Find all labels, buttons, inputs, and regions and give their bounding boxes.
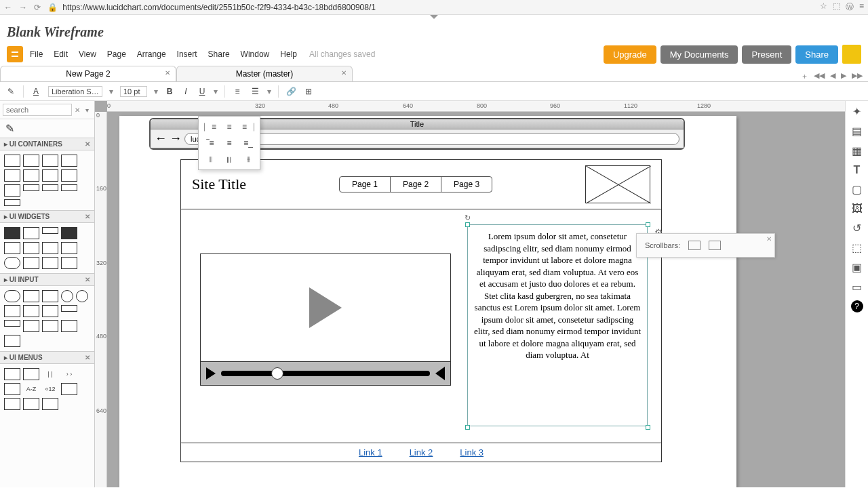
align-center-icon[interactable]: ≡ <box>222 121 237 133</box>
shape[interactable] <box>23 155 39 167</box>
address-bar[interactable]: 🔒 https://www.lucidchart.com/documents/e… <box>47 3 813 12</box>
first-page-icon[interactable]: ◀◀ <box>814 71 825 81</box>
layers2-icon[interactable]: ⬚ <box>852 241 862 254</box>
last-page-icon[interactable]: ▶▶ <box>852 71 863 81</box>
scrollbar-opt-h[interactable] <box>709 241 721 250</box>
shape[interactable] <box>42 155 58 167</box>
add-tab-icon[interactable]: ＋ <box>801 71 808 81</box>
shape[interactable] <box>61 290 73 302</box>
page-icon[interactable]: ▢ <box>852 183 862 196</box>
search-input[interactable] <box>3 104 72 116</box>
reload-icon[interactable]: ⟳ <box>34 3 41 12</box>
align-middle-icon[interactable]: ≡ <box>222 137 237 149</box>
document-title[interactable]: Blank Wireframe <box>0 20 868 44</box>
panel-ui-widgets[interactable]: ▸ UI WIDGETS✕ <box>0 210 94 223</box>
tab-master[interactable]: Master (master) ✕ <box>176 66 353 81</box>
upgrade-button[interactable]: Upgrade <box>604 45 656 64</box>
shape[interactable] <box>61 184 77 191</box>
shape[interactable] <box>23 320 39 332</box>
shape[interactable]: | | <box>42 368 58 380</box>
mock-text-block[interactable]: Lorem ipsum dolor sit amet, consetetur s… <box>467 224 648 426</box>
selection-handle[interactable] <box>465 425 470 430</box>
align-left-icon[interactable]: ⎸≡ <box>203 121 218 133</box>
shape[interactable] <box>61 155 77 167</box>
shape[interactable] <box>4 383 20 395</box>
canvas[interactable]: 0 320 480 640 800 960 1120 1280 0 160 32… <box>95 101 845 487</box>
menu-page[interactable]: Page <box>107 49 126 59</box>
clear-search-icon[interactable]: ✕ <box>72 106 83 114</box>
star-icon[interactable]: ☆ <box>820 1 827 13</box>
shape[interactable] <box>23 242 39 254</box>
underline-button[interactable]: U <box>197 87 207 96</box>
forward-icon[interactable]: → <box>19 3 27 12</box>
mock-video-player[interactable] <box>200 253 451 386</box>
present-button[interactable]: Present <box>742 45 791 64</box>
mock-page-frame[interactable]: Site Title Page 1 Page 2 Page 3 <box>180 159 662 462</box>
shape[interactable]: A-Z <box>23 383 39 395</box>
app-logo[interactable] <box>7 46 23 62</box>
shape[interactable] <box>4 368 20 380</box>
shape[interactable] <box>4 305 20 317</box>
align-bottom-icon[interactable]: ≡_ <box>241 137 256 149</box>
shape[interactable] <box>23 169 39 182</box>
share-button[interactable]: Share <box>795 45 838 64</box>
shape[interactable] <box>4 320 20 327</box>
panel-ui-input[interactable]: ▸ UI INPUT✕ <box>0 273 94 286</box>
paint-icon[interactable]: ✎ <box>5 87 16 96</box>
shape[interactable] <box>4 335 20 347</box>
image-icon[interactable]: 🖼 <box>852 203 863 215</box>
menu-arrange[interactable]: Arrange <box>137 49 166 59</box>
shape[interactable] <box>42 320 58 332</box>
text-color-icon[interactable]: A <box>31 87 41 96</box>
align-top-icon[interactable]: ‾≡ <box>203 137 218 149</box>
add-field-icon[interactable]: ⊞ <box>303 87 314 96</box>
shape[interactable] <box>23 305 39 317</box>
scrollbar-opt-v[interactable] <box>688 241 701 250</box>
shape[interactable] <box>42 169 58 182</box>
shape[interactable] <box>23 184 39 191</box>
font-size[interactable]: 10 pt <box>120 86 147 97</box>
rotate-icon[interactable]: ↻ <box>465 214 471 222</box>
shape[interactable] <box>4 290 20 302</box>
collapse-handle[interactable] <box>0 15 868 20</box>
cursor-tool[interactable]: ✎ <box>0 119 94 138</box>
master-icon[interactable]: ▣ <box>852 261 862 274</box>
shape[interactable] <box>4 169 20 182</box>
profile-icon[interactable]: Ⓦ <box>846 1 854 13</box>
selection-handle[interactable] <box>646 222 650 227</box>
shape[interactable] <box>61 257 77 269</box>
menu-view[interactable]: View <box>79 49 96 59</box>
shape[interactable] <box>61 305 77 312</box>
link-icon[interactable]: 🔗 <box>285 87 296 96</box>
shape[interactable] <box>23 290 39 302</box>
prev-page-icon[interactable]: ◀ <box>830 71 835 81</box>
shape[interactable] <box>42 227 58 234</box>
selection-handle[interactable] <box>465 222 470 227</box>
shape[interactable] <box>4 227 20 239</box>
tab-close-icon[interactable]: ✕ <box>341 69 347 77</box>
shape[interactable] <box>4 155 20 167</box>
selection-handle[interactable] <box>646 425 650 430</box>
ext-icon[interactable]: ⬚ <box>833 1 840 13</box>
shape[interactable] <box>4 199 20 206</box>
shape[interactable] <box>61 227 77 239</box>
font-select[interactable]: Liberation S… <box>48 86 102 97</box>
mydocs-button[interactable]: My Documents <box>660 45 738 64</box>
shape[interactable] <box>61 242 77 254</box>
menu-share[interactable]: Share <box>208 49 230 59</box>
back-icon[interactable]: ← <box>4 3 12 12</box>
italic-button[interactable]: I <box>181 87 191 96</box>
help-icon[interactable]: ? <box>851 300 863 312</box>
shape[interactable]: «12 <box>42 383 58 395</box>
history-icon[interactable]: ↺ <box>852 222 861 235</box>
align-icon[interactable]: ≡ <box>232 87 243 96</box>
tab-close-icon[interactable]: ✕ <box>165 69 170 77</box>
list-icon[interactable]: ☰ <box>250 87 260 96</box>
search-dropdown-icon[interactable]: ▾ <box>83 106 92 114</box>
shape[interactable] <box>4 257 20 269</box>
shape[interactable] <box>42 290 58 302</box>
menu-insert[interactable]: Insert <box>177 49 197 59</box>
panel-ui-menus[interactable]: ▸ UI MENUS✕ <box>0 351 94 364</box>
shape[interactable] <box>23 257 39 269</box>
shape[interactable] <box>42 257 58 269</box>
